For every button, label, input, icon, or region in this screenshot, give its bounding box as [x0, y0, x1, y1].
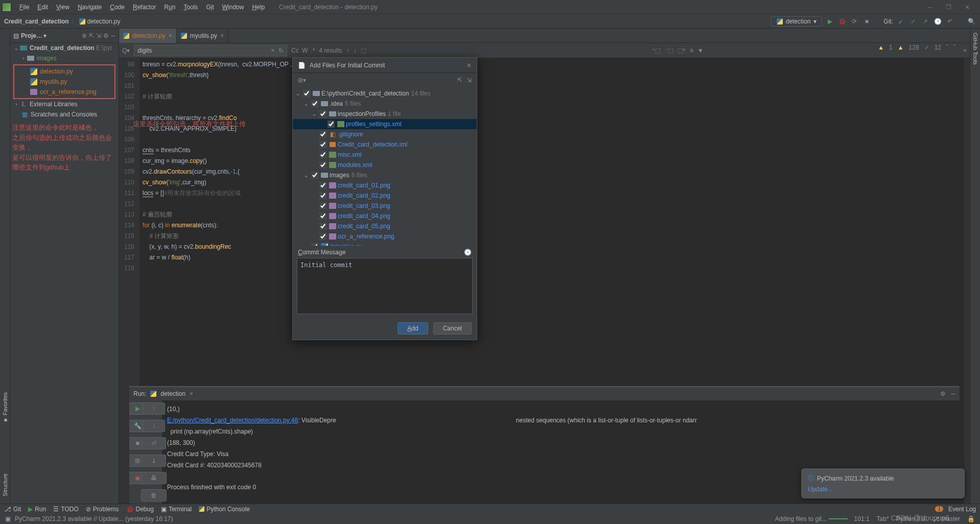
tree-cc3[interactable]: credit_card_03.png — [293, 201, 477, 211]
debug-button[interactable]: 🐞 — [837, 17, 847, 26]
search-everywhere[interactable]: 🔍 — [967, 17, 976, 26]
run-button[interactable]: ▶ — [825, 17, 834, 26]
tree-detection[interactable]: detection.py — [293, 242, 477, 246]
history-icon[interactable]: ↻ — [278, 47, 284, 54]
tree-idea[interactable]: ⌄.idea5 files — [293, 99, 477, 109]
menu-git[interactable]: Git — [202, 4, 218, 11]
cancel-button[interactable]: Cancel — [433, 322, 472, 335]
run-config-selector[interactable]: detection ▾ — [771, 16, 823, 27]
close-icon[interactable]: × — [190, 390, 193, 397]
settings-icon[interactable]: ⚙ — [940, 390, 946, 397]
menu-help[interactable]: Help — [248, 4, 269, 11]
add-selection[interactable]: ⁺⬚ — [652, 47, 661, 54]
debug-tab[interactable]: 🐞Debug — [126, 506, 154, 513]
git-rollback-button[interactable]: ↶ — [945, 17, 954, 26]
checkbox[interactable] — [311, 172, 318, 179]
checkbox[interactable] — [303, 90, 310, 97]
tree-modules[interactable]: modules.xml — [293, 160, 477, 170]
menu-code[interactable]: Code — [106, 4, 129, 11]
stop-button[interactable]: ■ — [862, 17, 871, 26]
next-match[interactable]: ↓ — [354, 47, 357, 54]
regex-icon[interactable]: .* — [311, 47, 315, 54]
collapse-all-icon[interactable]: ⇲ — [466, 77, 472, 84]
tree-profiles-settings[interactable]: profiles_settings.xml — [293, 119, 477, 129]
expand-all-icon[interactable]: ⇱ — [457, 77, 462, 84]
file-detection[interactable]: detection.py — [14, 66, 114, 77]
status-message[interactable]: PyCharm 2021.2.3 available // Update... … — [15, 515, 173, 522]
coverage-button[interactable]: ⟳ — [850, 17, 859, 26]
tree-cc5[interactable]: credit_card_05.png — [293, 221, 477, 231]
history-icon[interactable]: 🕓 — [464, 249, 472, 256]
checkbox[interactable] — [319, 141, 326, 148]
project-root[interactable]: ⌄ Credit_card_detection E:\pyt — [13, 43, 115, 53]
problems-tab[interactable]: ⊘Problems — [86, 506, 119, 513]
event-log-tab[interactable]: Event Log — [948, 506, 976, 513]
window-maximize[interactable]: ❐ — [942, 4, 955, 11]
commit-msg-input[interactable]: Initial commit — [297, 258, 473, 314]
tree-cc2[interactable]: credit_card_02.png — [293, 190, 477, 201]
find-input[interactable]: digits × ↻ — [134, 45, 287, 56]
inspection-summary[interactable]: ▲1 ▲128 ✓12 ˆ ˇ — [878, 44, 955, 51]
checkbox[interactable] — [311, 100, 318, 107]
tree-misc[interactable]: misc.xml — [293, 150, 477, 160]
file-ocr-ref[interactable]: ocr_a_reference.png — [14, 87, 114, 97]
checkbox[interactable] — [319, 233, 326, 240]
run-tab[interactable]: ▶Run — [28, 506, 46, 513]
git-update-button[interactable]: ↙ — [896, 17, 905, 26]
group-icon[interactable]: ⊞▾ — [298, 77, 306, 84]
menu-run[interactable]: Run — [160, 4, 179, 11]
python-console-tab[interactable]: Python Console — [199, 506, 250, 513]
expand-all-icon[interactable]: ⇱ — [89, 32, 94, 39]
close-icon[interactable]: ✕ — [466, 62, 472, 69]
update-link[interactable]: Update... — [808, 486, 958, 493]
tool-window-icon[interactable]: ▣ — [5, 515, 11, 522]
hide-icon[interactable]: ─ — [951, 390, 955, 397]
tree-insp-profiles[interactable]: ⌄inspectionProfiles1 file — [293, 109, 477, 119]
collapse-all-icon[interactable]: ⇲ — [96, 32, 101, 39]
tree-cc1[interactable]: credit_card_01.png — [293, 180, 477, 190]
checkbox[interactable] — [319, 131, 326, 138]
todo-tab[interactable]: ☰TODO — [53, 506, 78, 513]
menu-view[interactable]: View — [52, 4, 74, 11]
checkbox[interactable] — [319, 192, 326, 199]
menu-refactor[interactable]: Refactor — [129, 4, 160, 11]
favorites-tab[interactable]: ★ Favorites — [0, 390, 10, 425]
checkbox[interactable] — [319, 151, 326, 158]
git-push-button[interactable]: ↗ — [921, 17, 930, 26]
prev-match[interactable]: ↑ — [346, 47, 349, 54]
checkbox[interactable] — [319, 212, 326, 220]
menu-file[interactable]: File — [15, 4, 33, 11]
tab-myutils[interactable]: myutils.py × — [177, 29, 228, 43]
breadcrumb-file[interactable]: detection.py — [87, 18, 121, 25]
indent-info[interactable]: Tab* — [877, 515, 889, 522]
hide-icon[interactable]: ─ — [111, 32, 115, 39]
dropdown-icon[interactable]: ▾ — [43, 32, 46, 39]
structure-tab[interactable]: Structure — [0, 471, 10, 498]
add-button[interactable]: Add — [398, 322, 428, 335]
tree-iml[interactable]: Credit_card_detection.iml — [293, 139, 477, 150]
menu-window[interactable]: Window — [218, 4, 248, 11]
select-all[interactable]: ⬚ᵃ — [678, 47, 686, 54]
checkbox[interactable] — [319, 110, 326, 117]
words-icon[interactable]: W — [302, 47, 308, 54]
remove-selection[interactable]: ⁻⬚ — [665, 47, 673, 54]
close-icon[interactable]: × — [220, 32, 224, 39]
tab-detection[interactable]: detection.py × — [119, 29, 177, 43]
caret-position[interactable]: 101:1 — [854, 515, 870, 522]
error-stripe[interactable] — [964, 58, 970, 504]
menu-navigate[interactable]: Navigate — [74, 4, 106, 11]
terminal-tab[interactable]: ▣Terminal — [161, 506, 192, 513]
file-myutils[interactable]: myutils.py — [14, 77, 114, 87]
tree-ocr[interactable]: ocr_a_reference.png — [293, 231, 477, 242]
window-minimize[interactable]: ─ — [924, 4, 937, 11]
checkbox[interactable] — [319, 182, 326, 189]
select-all-icon[interactable]: ⬚ — [361, 47, 366, 54]
tree-cc4[interactable]: credit_card_04.png — [293, 211, 477, 221]
menu-edit[interactable]: Edit — [33, 4, 52, 11]
github-tools-tab[interactable]: GitHub Tools — [970, 31, 981, 67]
scratches[interactable]: ▦ Scratches and Consoles — [13, 109, 115, 120]
window-close[interactable]: ✕ — [961, 4, 974, 11]
close-icon[interactable]: × — [169, 32, 172, 39]
more-options[interactable]: ≡ — [690, 47, 693, 54]
lock-icon[interactable]: 🔒 — [967, 515, 975, 522]
